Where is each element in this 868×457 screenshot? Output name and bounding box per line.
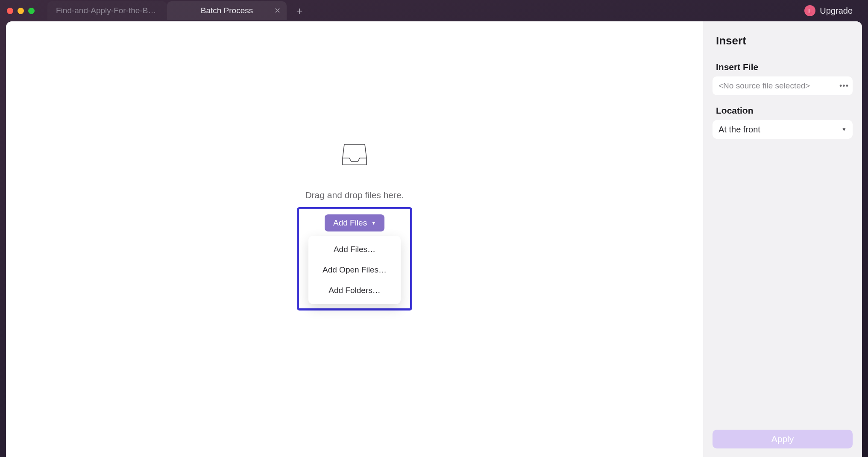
upgrade-button[interactable]: L Upgrade [804, 5, 861, 16]
close-tab-icon[interactable]: ✕ [274, 6, 281, 15]
insert-file-selector[interactable]: <No source file selected> ••• [713, 76, 853, 95]
add-files-label: Add Files [333, 218, 367, 228]
main-panel: Drag and drop files here. Add Files ▼ Ad… [6, 21, 703, 457]
location-value: At the front [718, 125, 760, 135]
tab-label: Find-and-Apply-For-the-B… [56, 6, 156, 15]
more-icon[interactable]: ••• [838, 80, 850, 92]
zoom-window-button[interactable] [28, 8, 35, 14]
inbox-icon [342, 143, 367, 167]
add-files-menu: Add Files… Add Open Files… Add Folders… [308, 236, 401, 304]
caret-down-icon: ▼ [371, 220, 376, 226]
chevron-down-icon: ▼ [842, 126, 847, 132]
app-body: Drag and drop files here. Add Files ▼ Ad… [6, 21, 862, 457]
new-tab-button[interactable]: ＋ [291, 2, 308, 19]
insert-file-label: Insert File [703, 62, 862, 76]
insert-file-placeholder: <No source file selected> [718, 81, 810, 91]
menu-item-add-files[interactable]: Add Files… [308, 239, 401, 260]
window-controls [7, 8, 35, 14]
minimize-window-button[interactable] [18, 8, 24, 14]
tab-batch-process[interactable]: Batch Process ✕ [167, 1, 287, 20]
apply-area: Apply [703, 419, 862, 457]
side-panel: Insert Insert File <No source file selec… [703, 21, 862, 457]
add-files-highlight: Add Files ▼ Add Files… Add Open Files… A… [297, 207, 412, 311]
location-select[interactable]: At the front ▼ [713, 120, 853, 139]
side-panel-title: Insert [703, 34, 862, 59]
menu-item-add-folders[interactable]: Add Folders… [308, 280, 401, 301]
menu-item-add-open-files[interactable]: Add Open Files… [308, 260, 401, 280]
apply-button[interactable]: Apply [713, 430, 853, 448]
dropzone-hint: Drag and drop files here. [305, 190, 404, 200]
location-label: Location [703, 105, 862, 120]
avatar: L [804, 5, 815, 16]
tab-find-and-apply[interactable]: Find-and-Apply-For-the-B… [47, 1, 167, 20]
tab-bar: Find-and-Apply-For-the-B… Batch Process … [47, 1, 804, 20]
titlebar: Find-and-Apply-For-the-B… Batch Process … [0, 0, 868, 21]
add-files-button[interactable]: Add Files ▼ [325, 214, 384, 231]
dropzone[interactable]: Drag and drop files here. Add Files ▼ Ad… [297, 143, 412, 311]
tab-label: Batch Process [201, 6, 253, 15]
close-window-button[interactable] [7, 8, 13, 14]
upgrade-label: Upgrade [820, 6, 853, 16]
avatar-initial: L [808, 7, 812, 15]
